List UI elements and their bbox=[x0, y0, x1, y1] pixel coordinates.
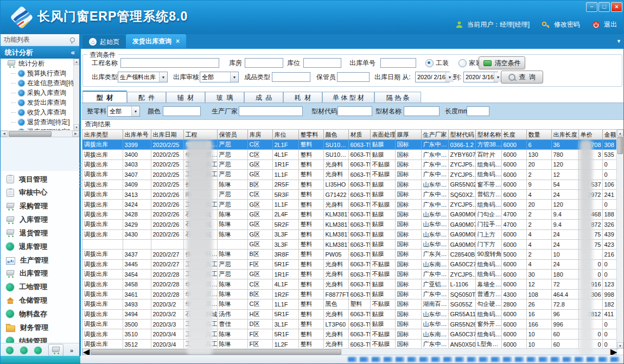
scroll-left-icon[interactable]: ◀ bbox=[1, 131, 8, 137]
table-row[interactable]: 调拨出库35002020/3/3工共工程曹佳D区3L1F整料LT3P606063… bbox=[82, 320, 618, 329]
column-header[interactable]: 金额 bbox=[602, 130, 618, 140]
column-header[interactable]: 出库长度 bbox=[551, 130, 578, 140]
change-password-link[interactable]: 修改密码 bbox=[554, 20, 580, 29]
table-horizontal-scrollbar[interactable]: ◀ ⋯ ▶ bbox=[82, 348, 617, 355]
splitter-handle[interactable] bbox=[79, 163, 81, 189]
stats-section-header[interactable]: 统计分析 « bbox=[1, 46, 79, 59]
tab-overflow-icon[interactable]: ▼ bbox=[616, 39, 621, 44]
table-row[interactable]: 调拨出库34582020/2/28华原…陈琳C区4L1F整料光身料6063-T5… bbox=[82, 279, 618, 289]
column-header[interactable]: 材质 bbox=[348, 130, 370, 140]
sidebar-group-item[interactable]: 财务管理 bbox=[1, 321, 79, 334]
sidebar-group-item[interactable]: 采购管理 bbox=[1, 200, 79, 213]
material-tab[interactable]: 辅 材 bbox=[166, 92, 205, 103]
audit-select[interactable]: 全部▼ bbox=[200, 72, 239, 82]
keeper-input[interactable] bbox=[337, 72, 370, 82]
whole-part-select[interactable]: 全部▼ bbox=[107, 106, 140, 117]
minimize-button[interactable]: − bbox=[586, 2, 597, 12]
table-vertical-scrollbar[interactable]: ▲ ▼ bbox=[616, 130, 623, 349]
pin-icon[interactable] bbox=[70, 37, 75, 42]
table-row[interactable]: 调拨出库34302020/2/26石城陈琳G区3L3F整料KLM38176063… bbox=[82, 229, 618, 239]
column-header[interactable]: 出库类型 bbox=[82, 130, 123, 140]
tree-root[interactable]: 统计分析 bbox=[1, 59, 79, 68]
tree-vertical-scrollbar[interactable]: ▲ ▼ bbox=[73, 59, 79, 131]
profile-code-input[interactable] bbox=[338, 106, 372, 116]
column-header[interactable]: 库房 bbox=[247, 130, 272, 140]
material-tab[interactable]: 成 品 bbox=[244, 92, 283, 103]
product-type-input[interactable] bbox=[272, 72, 310, 82]
table-row[interactable]: 调拨出库34072020/2/25工共工程严思G区1L1F整料光身料6063-T… bbox=[82, 170, 618, 180]
vscroll-thumb[interactable] bbox=[617, 137, 623, 154]
column-header[interactable]: 出库单号 bbox=[123, 130, 151, 140]
tab-close-icon[interactable]: × bbox=[176, 37, 180, 45]
sidebar-group-item[interactable]: 退库管理 bbox=[1, 240, 79, 253]
close-button[interactable]: × bbox=[611, 2, 622, 12]
scroll-right-icon[interactable]: ▶ bbox=[610, 349, 617, 355]
collapse-icon[interactable]: « bbox=[71, 48, 75, 56]
color-input[interactable] bbox=[163, 106, 201, 116]
more-modules-icon[interactable]: » bbox=[70, 347, 73, 354]
column-header[interactable]: 保管员 bbox=[217, 130, 247, 140]
tree-item[interactable]: 收货入库查询 bbox=[1, 107, 79, 117]
project-name-input[interactable] bbox=[120, 58, 219, 68]
table-row[interactable]: 调拨出库34242020/2/26工共工程严思G区1L1F整料光身料6063-T… bbox=[82, 200, 618, 209]
table-row[interactable]: 调拨出库34032020/2/25工共工程严思G区1R1F整料光身料6063-T… bbox=[82, 159, 618, 169]
sidebar-group-item[interactable]: 入库管理 bbox=[1, 214, 79, 226]
sidebar-group-item[interactable]: 出库管理 bbox=[1, 267, 79, 280]
module-dot-icon[interactable] bbox=[20, 347, 28, 354]
tree-item[interactable]: 退货查询[待定] bbox=[1, 117, 79, 127]
module-dot-icon[interactable] bbox=[6, 347, 14, 354]
column-header[interactable]: 出库日期 bbox=[151, 130, 183, 140]
maker-input[interactable] bbox=[239, 106, 303, 116]
column-header[interactable]: 长度 bbox=[501, 130, 526, 140]
scroll-left-icon[interactable]: ◀ bbox=[82, 349, 90, 355]
sidebar-group-item[interactable]: 退货管理 bbox=[1, 227, 79, 239]
table-row[interactable]: 调拨出库35102020/3/4工共工程陈琳F区5R1F整料光身料6063-T5… bbox=[82, 329, 618, 339]
hscroll-track[interactable]: ⋯ bbox=[90, 349, 610, 354]
table-row[interactable]: 调拨出库34612020/2/28华原…陈琳B区1R2F整料F8877FT606… bbox=[82, 289, 618, 299]
maximize-button[interactable]: □ bbox=[598, 2, 610, 12]
sidebar-group-item[interactable]: 生产管理 bbox=[1, 254, 79, 266]
tree-hscroll-thumb[interactable] bbox=[9, 131, 52, 137]
search-button[interactable]: 查 询 bbox=[501, 71, 543, 84]
column-header[interactable]: 颜色 bbox=[323, 130, 348, 140]
tree-hscroll-track[interactable] bbox=[8, 131, 72, 136]
sidebar-group-item[interactable]: 审核中心 bbox=[1, 187, 79, 199]
tab-shipping-query[interactable]: 发货出库查询 × bbox=[126, 34, 186, 48]
logout-link[interactable]: 退出 bbox=[604, 20, 617, 29]
material-tab[interactable]: 隔 热 条 bbox=[374, 92, 421, 103]
column-header[interactable]: 型材代码 bbox=[448, 130, 475, 140]
radio-gongzhuang[interactable]: 工装 bbox=[425, 58, 449, 68]
hscroll-thumb[interactable]: ⋯ bbox=[91, 349, 341, 355]
table-row[interactable]: 调拨出库34282020/2/26石城陈琳G区2L4F整料KLM38176063… bbox=[82, 209, 618, 219]
order-no-input[interactable] bbox=[380, 58, 416, 68]
location-input[interactable] bbox=[303, 58, 341, 68]
sidebar-group-item[interactable]: 仓储管理 bbox=[1, 295, 79, 307]
sidebar-group-item[interactable]: 工地管理 bbox=[1, 281, 79, 293]
material-tab[interactable]: 型 材 bbox=[82, 91, 127, 103]
column-header[interactable]: 表面处理 bbox=[370, 130, 395, 140]
material-tab[interactable]: 单 体 型 材 bbox=[322, 92, 374, 103]
table-row[interactable]: 调拨出库34132020/2/26南…严思C区5R3F整料G714226063-… bbox=[82, 189, 618, 199]
table-row[interactable]: 调拨出库34452020/2/27工共工程严思F区5R1F整料光身料6063-T… bbox=[82, 259, 618, 269]
sidebar-group-item[interactable]: 物料盘存 bbox=[1, 308, 79, 320]
column-header[interactable]: 型材名称 bbox=[475, 130, 501, 140]
tree-item[interactable]: 采购入库查询 bbox=[1, 88, 79, 98]
table-row[interactable]: 调拨出库34542020/2/28工共工程严思G区1R1F整料光身料6063-T… bbox=[82, 270, 618, 279]
tab-home[interactable]: ⌂ 起始页 bbox=[82, 35, 126, 48]
column-header[interactable]: 整零料 bbox=[298, 130, 323, 140]
out-type-select[interactable]: 生产领料出库▼ bbox=[118, 72, 168, 82]
scroll-up-icon[interactable]: ▲ bbox=[74, 59, 79, 65]
table-row[interactable]: 调拨出库34092020/2/25长…陈琳B区2R5F整料LI35HO6063-… bbox=[82, 180, 618, 189]
tree-item[interactable]: 发货出库查询 bbox=[1, 98, 79, 107]
length-input[interactable] bbox=[467, 106, 489, 116]
column-header[interactable]: 生产厂家 bbox=[421, 130, 448, 140]
material-tab[interactable]: 玻 璃 bbox=[205, 92, 244, 103]
table-row[interactable]: 调拨出库34292020/2/26石城陈琳G区5R2F整料KLM38176063… bbox=[82, 220, 618, 229]
clear-conditions-button[interactable]: 清空条件 bbox=[479, 56, 525, 69]
date-from-select[interactable]: 2020/ 2/16▼ bbox=[415, 72, 450, 82]
material-tab[interactable]: 耗 材 bbox=[283, 92, 322, 103]
module-dot-icon[interactable] bbox=[34, 347, 42, 354]
column-header[interactable]: 数量 bbox=[526, 130, 551, 140]
table-row[interactable]: 调拨出库34932020/3/2华原…陈琳C区1L1F整料黑色塑料不贴膜国标湖南… bbox=[82, 299, 618, 309]
table-row[interactable]: 调拨出库34002020/2/25华原…严思C区4L1F整料SU10…6063-… bbox=[82, 150, 618, 159]
